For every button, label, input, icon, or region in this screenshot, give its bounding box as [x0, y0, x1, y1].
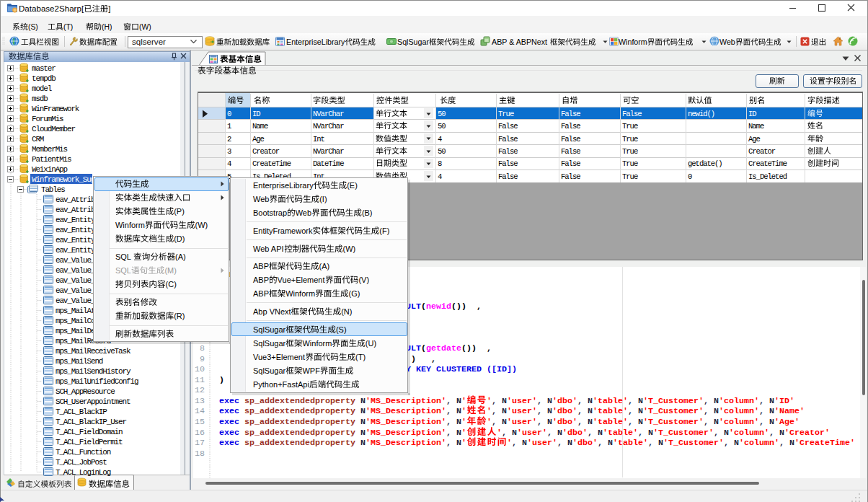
svg-text:(F): (F)	[379, 226, 389, 235]
svg-text:(: (	[421, 301, 426, 312]
svg-text:(C): (C)	[165, 280, 176, 289]
svg-text:newid: newid	[426, 301, 451, 312]
svg-text:Winform: Winform	[285, 289, 315, 298]
svg-text:EnterpriseLibrary: EnterpriseLibrary	[286, 38, 345, 46]
svg-text:'T_Customer': 'T_Customer'	[663, 438, 724, 448]
svg-text:(P): (P)	[174, 207, 185, 216]
svg-text:SQL: SQL	[115, 252, 130, 261]
svg-text:18: 18	[195, 449, 205, 459]
svg-text:,: ,	[477, 301, 482, 312]
svg-text:': '	[507, 438, 512, 448]
svg-text:SqlSugar: SqlSugar	[252, 366, 285, 375]
svg-text:N: N	[734, 438, 739, 448]
svg-text:[: [	[81, 4, 84, 12]
svg-text:(S): (S)	[335, 325, 346, 334]
svg-text:newid(): newid()	[687, 110, 714, 118]
svg-text:False: False	[498, 172, 518, 181]
svg-text:(E): (E)	[347, 181, 358, 190]
svg-text:Web: Web	[719, 38, 735, 46]
svg-text:ABP & ABPNext: ABP & ABPNext	[492, 38, 547, 46]
svg-text:Vue3+Element: Vue3+Element	[252, 353, 304, 361]
svg-text:(A): (A)	[175, 252, 186, 261]
svg-text:N: N	[522, 438, 527, 448]
svg-text:(B): (B)	[361, 208, 372, 217]
svg-text:ABP: ABP	[253, 276, 269, 284]
svg-text:(W): (W)	[195, 221, 208, 229]
svg-text:Web: Web	[295, 208, 311, 217]
svg-text:0: 0	[687, 172, 691, 181]
svg-text:WPF: WPF	[302, 366, 320, 375]
svg-text:Is_Deleted: Is_Deleted	[748, 172, 787, 181]
svg-text:Abp VNext: Abp VNext	[253, 307, 291, 316]
svg-text:Python+FastApi: Python+FastApi	[252, 380, 309, 389]
svg-text:Web API: Web API	[253, 245, 284, 253]
svg-text:N: N	[456, 438, 461, 448]
svg-text:N: N	[608, 438, 613, 448]
svg-text:True: True	[621, 172, 637, 181]
svg-text:sqlserver: sqlserver	[132, 37, 166, 45]
svg-text:SQL: SQL	[115, 266, 130, 275]
svg-text:,: ,	[446, 438, 451, 448]
svg-text:,: ,	[779, 438, 784, 448]
svg-text:]: ]	[108, 4, 110, 12]
svg-text:,: ,	[648, 438, 653, 448]
svg-text:SqlSugar: SqlSugar	[253, 325, 286, 334]
svg-text:sp_addextendedproperty: sp_addextendedproperty	[244, 438, 355, 448]
svg-text:(V): (V)	[358, 276, 369, 284]
svg-text:ABP: ABP	[252, 262, 268, 270]
svg-text:T_ACL_LoginLog: T_ACL_LoginLog	[56, 468, 111, 477]
svg-text:(N): (N)	[341, 307, 352, 316]
svg-text:(A): (A)	[319, 262, 329, 270]
svg-text:Winform: Winform	[115, 221, 144, 229]
svg-text:,: ,	[598, 438, 603, 448]
svg-text:EntityFramework: EntityFramework	[252, 226, 312, 235]
svg-text:(R): (R)	[174, 312, 185, 320]
svg-text:ABP: ABP	[252, 289, 268, 298]
svg-text:SqlSugar: SqlSugar	[252, 339, 285, 348]
svg-text:'table': 'table'	[613, 438, 648, 448]
svg-text:'column': 'column'	[739, 438, 779, 448]
svg-text:False: False	[560, 172, 580, 181]
svg-text:N: N	[567, 438, 572, 448]
svg-text:(D): (D)	[174, 234, 185, 243]
svg-text:(W): (W)	[139, 22, 151, 30]
svg-text:exec: exec	[219, 438, 239, 448]
svg-text:Bootstrap: Bootstrap	[252, 208, 286, 217]
svg-text:(T): (T)	[355, 353, 366, 361]
svg-text:SqlSugar: SqlSugar	[397, 38, 429, 46]
svg-text:(S): (S)	[28, 22, 38, 30]
svg-text:'dbo': 'dbo'	[572, 438, 598, 448]
svg-text:,: ,	[724, 438, 729, 448]
svg-text:()): ())	[451, 301, 466, 312]
svg-text:EnterpriseLibrary: EnterpriseLibrary	[252, 181, 313, 190]
svg-text:,: ,	[487, 343, 492, 353]
svg-text:(I): (I)	[319, 195, 327, 203]
svg-text:N: N	[658, 438, 663, 448]
svg-text:(M): (M)	[164, 266, 176, 275]
svg-text:N: N	[360, 438, 366, 448]
svg-text:()): ())	[461, 343, 477, 353]
svg-text:'MS_Description': 'MS_Description'	[366, 438, 446, 448]
svg-text:Database2Sharp: Database2Sharp	[19, 4, 81, 12]
svg-text:,: ,	[512, 438, 517, 448]
svg-text:): )	[219, 375, 224, 385]
svg-text:,: ,	[557, 438, 562, 448]
svg-text:N: N	[789, 438, 794, 448]
svg-text:'user': 'user'	[527, 438, 557, 448]
svg-text:Vue+Element: Vue+Element	[277, 276, 324, 284]
svg-text:4: 4	[438, 172, 442, 181]
svg-text:(T): (T)	[63, 22, 73, 30]
svg-text:Winframework_Sug: Winframework_Sug	[32, 175, 95, 184]
svg-text:(H): (H)	[102, 22, 112, 30]
svg-text:'CreateTime': 'CreateTime'	[794, 438, 855, 448]
svg-text:(G): (G)	[348, 289, 360, 298]
svg-text:Web: Web	[252, 195, 268, 203]
svg-text:Winform: Winform	[302, 339, 332, 348]
svg-text:(U): (U)	[365, 339, 376, 348]
svg-text:': '	[461, 438, 466, 448]
svg-text:Winform: Winform	[619, 38, 647, 46]
svg-text:(W): (W)	[342, 245, 355, 253]
svg-text:([ID]): ([ID])	[487, 364, 517, 374]
